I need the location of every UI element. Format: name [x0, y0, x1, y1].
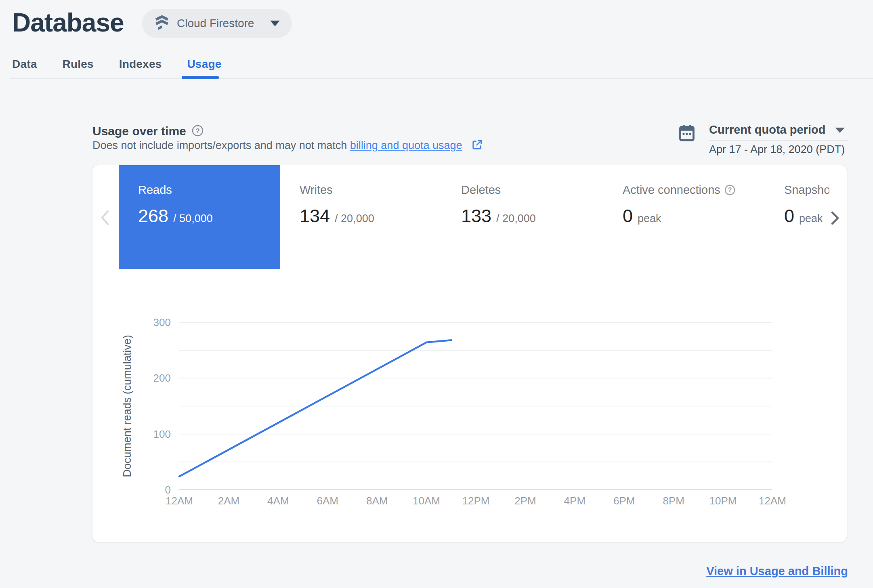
- metric-value: 0: [623, 206, 633, 226]
- metric-tile-active-connections[interactable]: Active connections ? 0peak: [603, 165, 765, 269]
- metric-label: Deletes: [461, 183, 603, 197]
- svg-text:4PM: 4PM: [564, 495, 585, 507]
- metric-limit: peak: [799, 212, 823, 225]
- metric-value: 268: [138, 206, 168, 226]
- svg-text:100: 100: [153, 428, 171, 440]
- metric-label: Writes: [300, 183, 442, 197]
- metric-value: 133: [461, 206, 491, 226]
- help-circle-icon[interactable]: ?: [192, 125, 204, 138]
- svg-text:10PM: 10PM: [709, 495, 737, 507]
- firestore-icon: [154, 15, 170, 33]
- billing-quota-link[interactable]: billing and quota usage: [350, 139, 462, 151]
- svg-text:8PM: 8PM: [663, 495, 684, 507]
- svg-text:12AM: 12AM: [759, 495, 786, 507]
- page-title: Database: [12, 8, 124, 37]
- svg-text:12PM: 12PM: [462, 495, 490, 507]
- period-divider: [709, 140, 848, 141]
- svg-text:2AM: 2AM: [218, 495, 239, 507]
- metric-label: Reads: [138, 183, 280, 197]
- chevron-down-icon: [835, 128, 845, 133]
- svg-text:?: ?: [728, 187, 732, 193]
- svg-text:4AM: 4AM: [267, 495, 289, 507]
- metric-value: 0: [784, 206, 794, 226]
- usage-panel: Reads 268/ 50,000 Writes 134/ 20,000 Del…: [92, 165, 847, 542]
- firestore-usage-page: Database Cloud Firestore Data Rules Inde…: [0, 0, 873, 588]
- metric-limit: peak: [638, 212, 661, 225]
- metric-tile-deletes[interactable]: Deletes 133/ 20,000: [442, 165, 603, 269]
- product-selector-label: Cloud Firestore: [177, 17, 254, 30]
- active-tab-indicator: [182, 76, 219, 79]
- quota-period-range: Apr 17 - Apr 18, 2020 (PDT): [709, 143, 848, 156]
- calendar-icon: [678, 124, 695, 144]
- svg-text:0: 0: [165, 484, 171, 496]
- metric-value: 134: [300, 206, 330, 226]
- svg-text:6PM: 6PM: [613, 495, 635, 507]
- metric-label: Active connections: [623, 183, 720, 197]
- chevron-right-icon[interactable]: [829, 210, 841, 228]
- svg-text:?: ?: [195, 127, 199, 134]
- product-selector[interactable]: Cloud Firestore: [142, 9, 292, 38]
- svg-text:2PM: 2PM: [514, 495, 536, 507]
- usage-section-subtitle: Does not include imports/exports and may…: [92, 139, 483, 154]
- chevron-left-icon[interactable]: [98, 209, 113, 228]
- metric-label: Snapshot: [784, 183, 829, 197]
- metric-limit: / 50,000: [173, 212, 213, 225]
- subtitle-text: Does not include imports/exports and may…: [92, 139, 350, 151]
- svg-text:8AM: 8AM: [366, 495, 388, 507]
- open-in-new-icon[interactable]: [471, 139, 483, 154]
- tab-rules[interactable]: Rules: [63, 57, 94, 71]
- usage-line-chart: 010020030012AM2AM4AM6AM8AM10AM12PM2PM4PM…: [92, 307, 847, 509]
- tab-bar: Data Rules Indexes Usage: [12, 57, 221, 71]
- tab-usage[interactable]: Usage: [187, 57, 221, 71]
- quota-period-label: Current quota period: [709, 123, 825, 136]
- tab-data[interactable]: Data: [12, 57, 37, 71]
- svg-text:10AM: 10AM: [413, 495, 440, 507]
- svg-text:6AM: 6AM: [317, 495, 338, 507]
- svg-text:200: 200: [153, 372, 171, 384]
- svg-text:Document reads (cumulative): Document reads (cumulative): [121, 335, 133, 477]
- usage-section-title: Usage over time: [92, 124, 186, 138]
- metric-tile-writes[interactable]: Writes 134/ 20,000: [280, 165, 442, 269]
- tab-divider: [10, 78, 873, 79]
- svg-text:300: 300: [153, 316, 171, 328]
- help-circle-icon[interactable]: ?: [724, 185, 735, 195]
- chevron-down-icon: [270, 21, 280, 26]
- view-usage-billing-link[interactable]: View in Usage and Billing: [706, 565, 848, 578]
- metric-limit: / 20,000: [335, 212, 374, 225]
- svg-text:12AM: 12AM: [166, 495, 193, 507]
- metric-tile-reads[interactable]: Reads 268/ 50,000: [119, 165, 280, 269]
- quota-period-selector[interactable]: Current quota period Apr 17 - Apr 18, 20…: [709, 123, 848, 156]
- tab-indexes[interactable]: Indexes: [119, 57, 162, 71]
- metric-tile-snapshot[interactable]: Snapshot 0peak: [765, 165, 829, 269]
- metric-limit: / 20,000: [496, 212, 536, 225]
